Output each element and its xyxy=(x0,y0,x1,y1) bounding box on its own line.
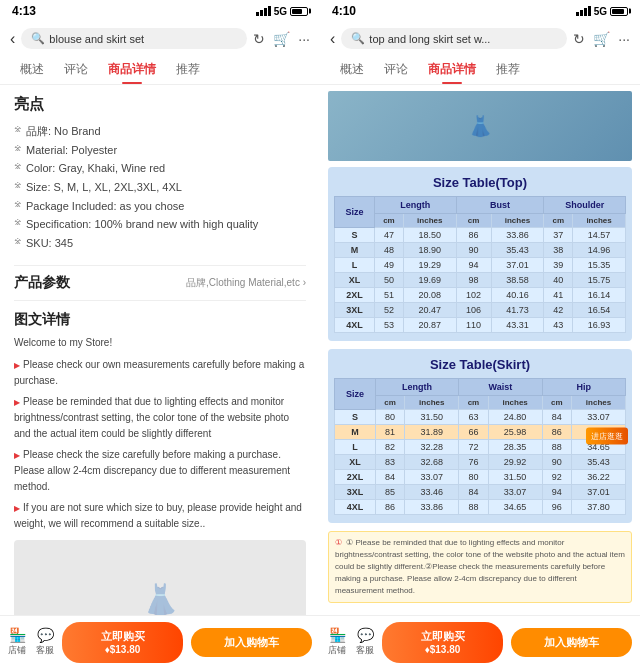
left-service-label: 客服 xyxy=(36,644,54,657)
table-cell: 98 xyxy=(456,273,491,288)
left-params-title: 产品参数 xyxy=(14,274,70,292)
right-panel: 4:10 5G ‹ 🔍 top and long skirt set w... … xyxy=(320,0,640,669)
right-back-button[interactable]: ‹ xyxy=(330,30,335,48)
right-refresh-icon[interactable]: ↻ xyxy=(573,31,585,47)
table-cell: 37.01 xyxy=(572,485,626,500)
table-row: 2XL8433.078031.509236.22 xyxy=(335,470,626,485)
table-cell: 90 xyxy=(542,455,571,470)
table-cell: 81 xyxy=(375,425,404,440)
right-tab-overview[interactable]: 概述 xyxy=(330,55,374,84)
left-bottom-icons: 🏪 店铺 💬 客服 xyxy=(8,627,54,657)
list-item: Color: Gray, Khaki, Wine red xyxy=(14,159,306,178)
right-bottom-bar: 🏪 店铺 💬 客服 立即购买 ♦$13.80 加入购物车 xyxy=(320,615,640,669)
left-desc-title: 图文详情 xyxy=(14,311,306,329)
table-cell: 83 xyxy=(375,455,404,470)
table-cell: 52 xyxy=(375,303,404,318)
table-cell: 15.75 xyxy=(573,273,626,288)
table-cell: 102 xyxy=(456,288,491,303)
table-cell: 92 xyxy=(542,470,571,485)
table-row: 4XL8633.868834.659637.80 xyxy=(335,500,626,515)
table-cell: XL xyxy=(335,455,376,470)
table-cell: 82 xyxy=(375,440,404,455)
left-refresh-icon[interactable]: ↻ xyxy=(253,31,265,47)
right-skirt-size-table: Size Table(Skirt) Size Length Waist Hip … xyxy=(328,349,632,523)
top-table-sub-in1: inches xyxy=(403,214,456,228)
skirt-table-col-waist: Waist xyxy=(459,379,542,396)
left-back-button[interactable]: ‹ xyxy=(10,30,15,48)
table-row: S4718.508633.863714.57 xyxy=(335,228,626,243)
right-tab-reviews[interactable]: 评论 xyxy=(374,55,418,84)
right-shop-ico: 🏪 xyxy=(329,627,346,643)
table-cell: 36.22 xyxy=(572,470,626,485)
top-table-sub-in3: inches xyxy=(573,214,626,228)
left-search-bar: ‹ 🔍 blouse and skirt set ↻ 🛒 ··· xyxy=(0,22,320,55)
table-cell: 110 xyxy=(456,318,491,333)
left-tab-reviews[interactable]: 评论 xyxy=(54,55,98,84)
left-params-link[interactable]: 品牌,Clothing Material,etc › xyxy=(186,276,306,290)
table-cell: M xyxy=(335,243,375,258)
table-row: 3XL8533.468433.079437.01 xyxy=(335,485,626,500)
table-cell: 86 xyxy=(375,500,404,515)
right-buy-button[interactable]: 立即购买 ♦$13.80 xyxy=(382,622,503,663)
right-product-image: 👗 xyxy=(328,91,632,161)
left-service-icon[interactable]: 💬 客服 xyxy=(36,627,54,657)
right-tab-recommend[interactable]: 推荐 xyxy=(486,55,530,84)
right-cart-icon[interactable]: 🛒 xyxy=(593,31,610,47)
list-item: Size: S, M, L, XL, 2XL,3XL, 4XL xyxy=(14,178,306,197)
table-cell: 39 xyxy=(544,258,573,273)
left-tab-details[interactable]: 商品详情 xyxy=(98,55,166,84)
table-cell: 16.93 xyxy=(573,318,626,333)
table-cell: 43 xyxy=(544,318,573,333)
left-more-icon[interactable]: ··· xyxy=(298,31,310,47)
right-service-icon[interactable]: 💬 客服 xyxy=(356,627,374,657)
left-cart-icon[interactable]: 🛒 xyxy=(273,31,290,47)
table-cell: 38 xyxy=(544,243,573,258)
left-tab-overview[interactable]: 概述 xyxy=(10,55,54,84)
left-search-input[interactable]: 🔍 blouse and skirt set xyxy=(21,28,247,49)
table-cell: 29.92 xyxy=(488,455,542,470)
notice-icon: ① xyxy=(335,538,342,547)
table-cell: 35.43 xyxy=(572,455,626,470)
right-tab-details[interactable]: 商品详情 xyxy=(418,55,486,84)
table-row: XL8332.687629.929035.43 xyxy=(335,455,626,470)
left-cart-button[interactable]: 加入购物车 xyxy=(191,628,312,657)
service-icon: 💬 xyxy=(37,627,54,643)
table-cell: 33.07 xyxy=(405,470,459,485)
left-shop-icon[interactable]: 🏪 店铺 xyxy=(8,627,26,657)
right-battery xyxy=(610,7,628,16)
table-cell: 88 xyxy=(542,440,571,455)
right-search-input[interactable]: 🔍 top and long skirt set w... xyxy=(341,28,567,49)
right-more-icon[interactable]: ··· xyxy=(618,31,630,47)
table-cell: 3XL xyxy=(335,485,376,500)
left-search-query: blouse and skirt set xyxy=(49,33,144,45)
right-shop-label: 店铺 xyxy=(328,644,346,657)
left-network: 5G xyxy=(274,6,287,17)
right-shop-icon[interactable]: 🏪 店铺 xyxy=(328,627,346,657)
right-notice-text: ① Please be reminded that due to lightin… xyxy=(335,538,625,595)
right-cart-label: 加入购物车 xyxy=(544,636,599,648)
table-cell: 41.73 xyxy=(491,303,544,318)
table-cell: 16.54 xyxy=(573,303,626,318)
left-buy-label: 立即购买 xyxy=(101,629,145,643)
table-cell: 20.08 xyxy=(403,288,456,303)
right-notice: ① ① Please be reminded that due to light… xyxy=(328,531,632,603)
skirt-table-sub-cm2: cm xyxy=(459,396,488,410)
store-visit-badge[interactable]: 进店逛逛 xyxy=(586,428,628,445)
table-cell: 3XL xyxy=(335,303,375,318)
right-search-query: top and long skirt set w... xyxy=(369,33,490,45)
left-buy-button[interactable]: 立即购买 ♦$13.80 xyxy=(62,622,183,663)
left-highlights-list: 品牌: No Brand Material: Polyester Color: … xyxy=(14,122,306,253)
right-cart-button[interactable]: 加入购物车 xyxy=(511,628,632,657)
right-tabs: 概述 评论 商品详情 推荐 xyxy=(320,55,640,85)
table-cell: 20.87 xyxy=(403,318,456,333)
table-row: XL5019.699838.584015.75 xyxy=(335,273,626,288)
table-cell: 40.16 xyxy=(491,288,544,303)
skirt-table-sub-in3: inches xyxy=(572,396,626,410)
left-signal-bars xyxy=(256,6,271,16)
table-cell: 2XL xyxy=(335,470,376,485)
left-params-row: 产品参数 品牌,Clothing Material,etc › xyxy=(14,265,306,301)
left-buy-price: ♦$13.80 xyxy=(105,643,141,656)
table-cell: 80 xyxy=(459,470,488,485)
left-tab-recommend[interactable]: 推荐 xyxy=(166,55,210,84)
left-time: 4:13 xyxy=(12,4,36,18)
